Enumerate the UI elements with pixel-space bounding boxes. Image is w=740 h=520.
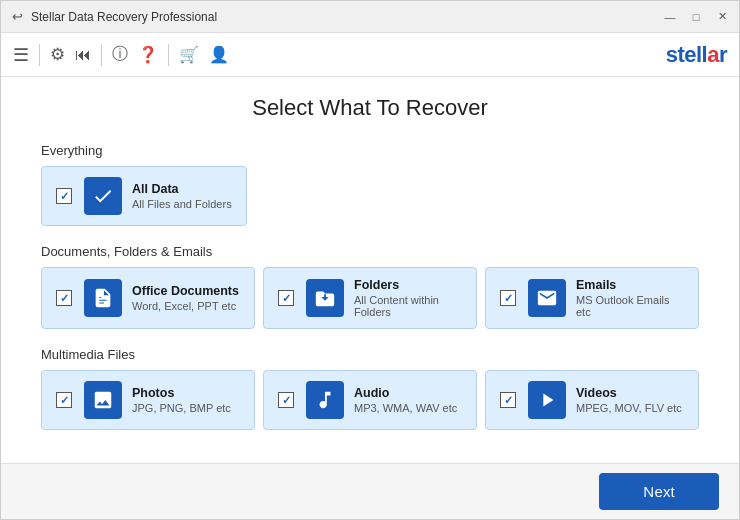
cards-row-documents: Office Documents Word, Excel, PPT etc Fo… [41,267,699,329]
page-title: Select What To Recover [41,95,699,121]
stellar-logo: stellar [666,42,727,68]
title-bar-left: ↩ Stellar Data Recovery Professional [9,9,217,25]
card-photos[interactable]: Photos JPG, PNG, BMP etc [41,370,255,430]
folders-title: Folders [354,278,462,292]
office-docs-subtitle: Word, Excel, PPT etc [132,300,239,312]
card-emails[interactable]: Emails MS Outlook Emails etc [485,267,699,329]
videos-icon-box [528,381,566,419]
logo-area: stellar [666,42,727,68]
settings-icon[interactable]: ⚙ [50,44,65,65]
account-icon[interactable]: 👤 [209,45,229,64]
emails-title: Emails [576,278,684,292]
card-folders[interactable]: Folders All Content within Folders [263,267,477,329]
all-data-subtitle: All Files and Folders [132,198,232,210]
maximize-button[interactable]: □ [687,8,705,26]
toolbar-sep-3 [168,44,169,66]
app-icon: ↩ [9,9,25,25]
checkbox-audio[interactable] [278,392,294,408]
all-data-text: All Data All Files and Folders [132,182,232,210]
photos-subtitle: JPG, PNG, BMP etc [132,402,231,414]
window-controls: — □ ✕ [661,8,731,26]
title-bar: ↩ Stellar Data Recovery Professional — □… [1,1,739,33]
audio-title: Audio [354,386,457,400]
cards-row-multimedia: Photos JPG, PNG, BMP etc Audio MP3, WMA,… [41,370,699,430]
card-all-data[interactable]: All Data All Files and Folders [41,166,247,226]
audio-text: Audio MP3, WMA, WAV etc [354,386,457,414]
email-icon [536,287,558,309]
help-icon[interactable]: ❓ [138,45,158,64]
cart-icon[interactable]: 🛒 [179,45,199,64]
all-data-icon-box [84,177,122,215]
toolbar-sep-1 [39,44,40,66]
videos-title: Videos [576,386,682,400]
photos-text: Photos JPG, PNG, BMP etc [132,386,231,414]
section-label-everything: Everything [41,143,699,158]
section-documents: Documents, Folders & Emails Office Docum… [41,244,699,329]
checkbox-all-data[interactable] [56,188,72,204]
folders-subtitle: All Content within Folders [354,294,462,318]
card-videos[interactable]: Videos MPEG, MOV, FLV etc [485,370,699,430]
checkbox-photos[interactable] [56,392,72,408]
history-icon[interactable]: ⏮ [75,46,91,64]
all-data-title: All Data [132,182,232,196]
toolbar-left: ☰ ⚙ ⏮ ⓘ ❓ 🛒 👤 [13,44,229,66]
close-button[interactable]: ✕ [713,8,731,26]
footer: Next [1,463,739,519]
videos-text: Videos MPEG, MOV, FLV etc [576,386,682,414]
section-multimedia: Multimedia Files Photos JPG, PNG, BMP et… [41,347,699,430]
alldata-icon [92,185,114,207]
menu-icon[interactable]: ☰ [13,44,29,66]
photo-icon [92,389,114,411]
minimize-button[interactable]: — [661,8,679,26]
videos-subtitle: MPEG, MOV, FLV etc [576,402,682,414]
main-content: Select What To Recover Everything All Da… [1,77,739,463]
logo-accent: a [707,42,719,67]
emails-icon-box [528,279,566,317]
info-icon[interactable]: ⓘ [112,44,128,65]
emails-text: Emails MS Outlook Emails etc [576,278,684,318]
audio-subtitle: MP3, WMA, WAV etc [354,402,457,414]
emails-subtitle: MS Outlook Emails etc [576,294,684,318]
section-label-multimedia: Multimedia Files [41,347,699,362]
card-office-docs[interactable]: Office Documents Word, Excel, PPT etc [41,267,255,329]
audio-icon [314,389,336,411]
checkbox-folders[interactable] [278,290,294,306]
folder-icon [314,287,336,309]
toolbar-sep-2 [101,44,102,66]
section-everything: Everything All Data All Files and Folder… [41,143,699,226]
video-icon [536,389,558,411]
checkbox-emails[interactable] [500,290,516,306]
toolbar: ☰ ⚙ ⏮ ⓘ ❓ 🛒 👤 stellar [1,33,739,77]
audio-icon-box [306,381,344,419]
photos-icon-box [84,381,122,419]
office-docs-title: Office Documents [132,284,239,298]
checkbox-office-docs[interactable] [56,290,72,306]
office-docs-text: Office Documents Word, Excel, PPT etc [132,284,239,312]
folders-text: Folders All Content within Folders [354,278,462,318]
folders-icon-box [306,279,344,317]
cards-row-everything: All Data All Files and Folders [41,166,699,226]
office-docs-icon-box [84,279,122,317]
checkbox-videos[interactable] [500,392,516,408]
window-title: Stellar Data Recovery Professional [31,10,217,24]
document-icon [92,287,114,309]
card-audio[interactable]: Audio MP3, WMA, WAV etc [263,370,477,430]
next-button[interactable]: Next [599,473,719,510]
section-label-documents: Documents, Folders & Emails [41,244,699,259]
photos-title: Photos [132,386,231,400]
